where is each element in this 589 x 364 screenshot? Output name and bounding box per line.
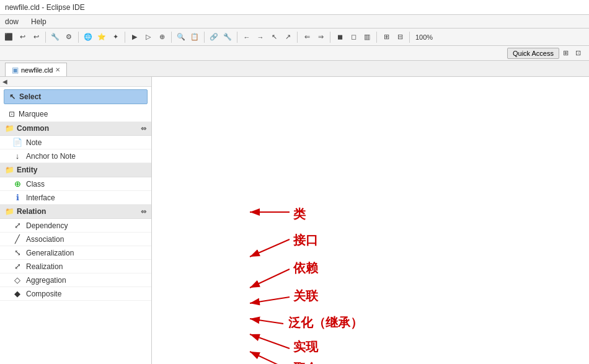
realization-icon: ⤢ <box>12 262 22 271</box>
toolbar-btn-15[interactable]: 🔧 <box>221 31 234 43</box>
marquee-icon: ⊡ <box>9 110 15 118</box>
marquee-label: Marquee <box>19 110 48 118</box>
palette: ◀ ↖ Select ⊡ Marquee 📁 Common ⇔ 📄 Note ↓… <box>0 77 152 364</box>
class-label: Class <box>26 180 45 189</box>
toolbar-btn-4[interactable]: 🔧 <box>49 31 61 43</box>
annotation-generalization: 泛化（继承） <box>288 316 363 329</box>
toolbar-btn-11[interactable]: ⊕ <box>156 31 168 43</box>
section-header-relation[interactable]: 📁 Relation ⇔ <box>0 205 151 219</box>
select-icon: ↖ <box>9 92 16 101</box>
section-label-common: Common <box>17 124 49 133</box>
toolbar-sep-10 <box>409 32 410 43</box>
palette-item-class[interactable]: ⊕ Class <box>0 177 151 191</box>
menu-item-help[interactable]: Help <box>29 16 49 27</box>
palette-item-generalization[interactable]: ⤡ Generalization <box>0 246 151 260</box>
window-title: newfile.cld - Eclipse IDE <box>5 3 85 12</box>
toolbar-sep-2 <box>78 32 79 43</box>
aggregation-icon: ◇ <box>12 275 22 285</box>
toolbar-perspective-btn[interactable]: ⊡ <box>572 47 584 60</box>
toolbar-sep-7 <box>297 32 298 43</box>
toolbar-btn-6[interactable]: 🌐 <box>82 31 94 43</box>
palette-item-interface[interactable]: ℹ Interface <box>0 191 151 205</box>
palette-select-button[interactable]: ↖ Select <box>4 89 148 104</box>
annotation-class: 类 <box>293 207 306 221</box>
palette-item-aggregation[interactable]: ◇ Aggregation <box>0 273 151 287</box>
toolbar-btn-10[interactable]: ▷ <box>142 31 154 43</box>
arrow-interface <box>250 239 290 257</box>
arrow-aggregation <box>250 352 290 364</box>
anchor-icon: ↓ <box>12 151 22 161</box>
palette-item-anchor-to-note[interactable]: ↓ Anchor to Note <box>0 149 151 163</box>
toolbar-btn-24[interactable]: ▥ <box>361 31 373 43</box>
generalization-icon: ⤡ <box>12 248 22 257</box>
association-label: Association <box>26 235 64 244</box>
section-label-relation: Relation <box>17 207 46 216</box>
toolbar-sep-4 <box>171 32 172 43</box>
toolbar-btn-19[interactable]: ↗ <box>281 31 294 43</box>
toolbar-btn-22[interactable]: ◼ <box>334 31 346 43</box>
realization-label: Realization <box>26 262 63 271</box>
toolbar-layout-btn[interactable]: ⊞ <box>559 47 572 60</box>
palette-marquee-button[interactable]: ⊡ Marquee <box>4 108 148 120</box>
toolbar-btn-8[interactable]: ✦ <box>109 31 122 43</box>
toolbar-btn-12[interactable]: 🔍 <box>175 31 187 43</box>
tab-close-button[interactable]: ✕ <box>55 66 60 73</box>
toolbar-btn-16[interactable]: ← <box>241 31 253 43</box>
toolbar-btn-23[interactable]: ◻ <box>347 31 360 43</box>
toolbar-btn-21[interactable]: ⇒ <box>314 31 327 43</box>
dependency-icon: ⤢ <box>12 221 22 230</box>
toolbar-btn-1[interactable]: ⬛ <box>2 31 15 43</box>
palette-item-composite[interactable]: ◆ Composite <box>0 287 151 301</box>
toolbar-btn-25[interactable]: ⊞ <box>380 31 392 43</box>
toolbar-btn-9[interactable]: ▶ <box>128 31 141 43</box>
main-content: ◀ ↖ Select ⊡ Marquee 📁 Common ⇔ 📄 Note ↓… <box>0 77 589 364</box>
section-label-entity: Entity <box>17 166 37 174</box>
composite-icon: ◆ <box>12 289 22 298</box>
arrow-association <box>250 297 290 303</box>
composite-label: Composite <box>26 290 61 298</box>
toolbar-btn-14[interactable]: 🔗 <box>208 31 220 43</box>
toolbar-btn-26[interactable]: ⊟ <box>394 31 406 43</box>
toolbar-sep-3 <box>125 32 125 43</box>
toolbar: ⬛ ↩ ↩ 🔧 ⚙ 🌐 ⭐ ✦ ▶ ▷ ⊕ 🔍 📋 🔗 🔧 ← → ↖ ↗ ⇐ … <box>0 29 589 46</box>
note-icon: 📄 <box>12 138 22 147</box>
tab-newfile[interactable]: ▣ newfile.cld ✕ <box>5 63 67 76</box>
palette-collapse-btn[interactable]: ◀ <box>2 78 7 85</box>
toolbar-btn-3[interactable]: ↩ <box>30 31 42 43</box>
annotation-interface: 接口 <box>293 233 318 247</box>
toolbar-btn-18[interactable]: ↖ <box>268 31 280 43</box>
aggregation-label: Aggregation <box>26 276 66 285</box>
section-header-common[interactable]: 📁 Common ⇔ <box>0 122 151 136</box>
anchor-label: Anchor to Note <box>26 152 76 161</box>
arrow-realization <box>250 334 290 348</box>
palette-item-note[interactable]: 📄 Note <box>0 136 151 149</box>
expand-icon-common: ⇔ <box>141 125 146 133</box>
select-label: Select <box>19 92 41 101</box>
toolbar-btn-20[interactable]: ⇐ <box>301 31 313 43</box>
menu-item-window[interactable]: dow <box>2 16 21 27</box>
annotation-aggregation: 聚合 <box>293 362 319 364</box>
toolbar-sep-8 <box>330 32 330 43</box>
toolbar-btn-13[interactable]: 📋 <box>188 31 201 43</box>
section-header-entity[interactable]: 📁 Entity <box>0 163 151 177</box>
tab-bar: ▣ newfile.cld ✕ <box>0 61 589 77</box>
menu-bar: dow Help <box>0 15 589 29</box>
palette-item-association[interactable]: ╱ Association <box>0 233 151 246</box>
note-label: Note <box>26 138 42 147</box>
drawing-area[interactable]: 类 接口 依赖 关联 泛化（继承） 实现 聚合 组合 <box>152 77 589 364</box>
folder-icon-entity: 📁 <box>5 166 14 174</box>
interface-label: Interface <box>26 193 55 202</box>
generalization-label: Generalization <box>26 249 74 257</box>
palette-item-dependency[interactable]: ⤢ Dependency <box>0 219 151 233</box>
arrow-generalization <box>250 319 283 324</box>
toolbar-btn-2[interactable]: ↩ <box>16 31 29 43</box>
class-icon: ⊕ <box>12 179 22 189</box>
palette-item-realization[interactable]: ⤢ Realization <box>0 260 151 273</box>
annotation-svg: 类 接口 依赖 关联 泛化（继承） 实现 聚合 组合 <box>152 77 589 364</box>
quick-access-button[interactable]: Quick Access <box>507 48 559 59</box>
arrow-dependency <box>250 269 290 288</box>
toolbar-btn-17[interactable]: → <box>254 31 267 43</box>
toolbar-btn-5[interactable]: ⚙ <box>63 31 75 43</box>
title-bar: newfile.cld - Eclipse IDE <box>0 0 589 15</box>
toolbar-btn-7[interactable]: ⭐ <box>95 31 108 43</box>
